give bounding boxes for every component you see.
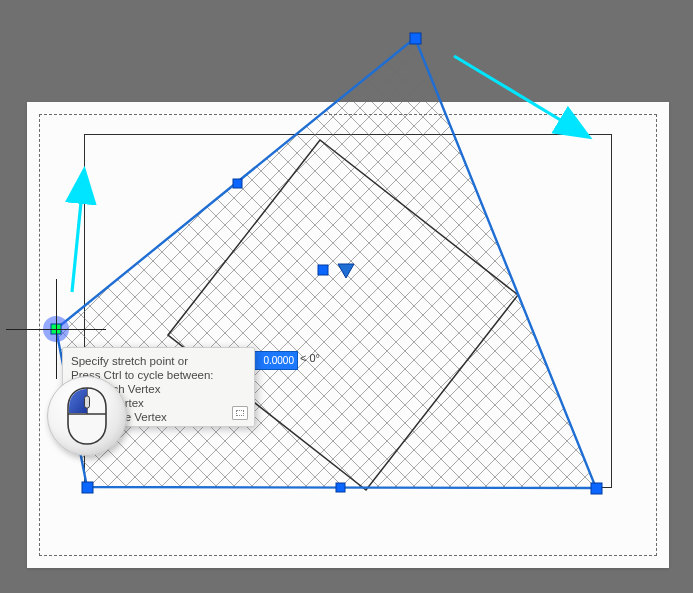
drawing-paper[interactable] [27, 102, 669, 568]
title-block-frame [84, 134, 612, 488]
tooltip-line-1: Specify stretch point or [71, 354, 246, 368]
cursor-crosshair-vertical [56, 279, 57, 379]
context-menu-hint-icon [232, 406, 248, 420]
dynamic-distance-input[interactable]: 0.0000 [248, 351, 298, 370]
mouse-hint-bubble [47, 376, 127, 456]
dynamic-angle-label: < 0° [300, 352, 320, 364]
svg-rect-4 [85, 396, 90, 408]
grip-vertex-top[interactable] [410, 33, 421, 44]
mouse-icon [64, 386, 110, 446]
